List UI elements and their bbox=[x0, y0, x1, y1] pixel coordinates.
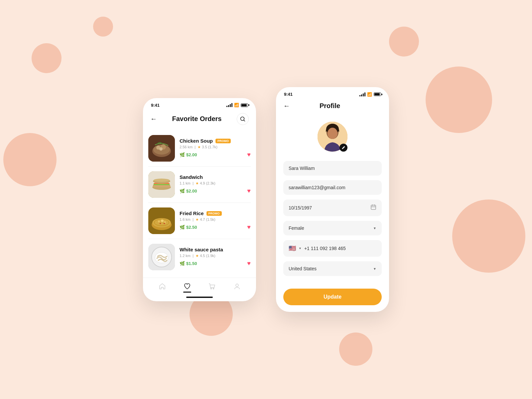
food-meta-2: 1.1 km | ★ 4.9 (2.3k) bbox=[180, 181, 251, 186]
svg-point-23 bbox=[164, 223, 165, 224]
time-left: 9:41 bbox=[151, 103, 160, 108]
status-bar-left: 9:41 📶 bbox=[143, 98, 256, 110]
phone-number-value: +1 111 092 198 465 bbox=[304, 246, 376, 251]
back-button-right[interactable]: ← bbox=[283, 102, 290, 110]
food-item-chicken-soup[interactable]: Chicken Soup PROMO 2.56 km | ★ 3.5 (1.7k… bbox=[148, 130, 251, 167]
reviews-1: 1.7k bbox=[209, 145, 216, 149]
food-image-pasta bbox=[148, 244, 175, 270]
reviews-2: 2.3k bbox=[207, 181, 214, 185]
cart-icon bbox=[208, 283, 216, 290]
edit-icon bbox=[341, 146, 345, 150]
bg-circle-2 bbox=[3, 133, 57, 186]
country-field[interactable]: United States ▼ bbox=[283, 261, 382, 276]
bg-circle-5 bbox=[389, 27, 419, 57]
food-meta-3: 1.6 km | ★ 4.7 (1.5k) bbox=[180, 217, 251, 222]
food-price-4: 🌿 $1.50 bbox=[180, 261, 197, 266]
svg-point-18 bbox=[152, 218, 171, 227]
food-price-3: 🌿 $2.50 bbox=[180, 225, 197, 230]
food-name-row-4: White sauce pasta bbox=[180, 247, 251, 252]
rating-4: 4.5 bbox=[200, 254, 205, 258]
dob-field[interactable]: 10/15/1997 bbox=[283, 200, 382, 216]
heart-button-4[interactable]: ♥ bbox=[247, 260, 251, 267]
food-name-2: Sandwich bbox=[180, 174, 203, 180]
distance-1: 2.56 km bbox=[180, 145, 193, 149]
food-name-3: Fried Rice bbox=[180, 210, 204, 216]
gender-dropdown-arrow: ▼ bbox=[373, 226, 376, 230]
nav-home[interactable] bbox=[159, 283, 166, 290]
screen-title-right: Profile bbox=[320, 102, 340, 110]
profile-fields: Sara William sarawilliam123@gmail.com 10… bbox=[276, 161, 389, 276]
star-icon-4: ★ bbox=[196, 254, 199, 258]
food-item-sandwich[interactable]: Sandwich 1.1 km | ★ 4.9 (2.3k) 🌿 $2.00 bbox=[148, 167, 251, 203]
email-field-group: sarawilliam123@gmail.com bbox=[283, 180, 382, 195]
phone-field[interactable]: 🇺🇸 ▼ +1 111 092 198 465 bbox=[283, 240, 382, 257]
nav-profile[interactable] bbox=[233, 283, 241, 290]
battery-icon-right bbox=[374, 92, 381, 96]
star-icon-1: ★ bbox=[198, 145, 201, 149]
svg-point-22 bbox=[160, 223, 161, 224]
food-name-row-2: Sandwich bbox=[180, 174, 251, 180]
screen-header-right: ← Profile bbox=[276, 99, 389, 115]
avatar-section bbox=[276, 115, 389, 161]
back-button-left[interactable]: ← bbox=[150, 115, 157, 123]
bg-circle-3 bbox=[93, 17, 113, 37]
distance-3: 1.6 km bbox=[180, 217, 191, 221]
food-meta-4: 1.2 km | ★ 4.5 (1.9k) bbox=[180, 254, 251, 258]
home-indicator-left bbox=[186, 297, 213, 298]
food-name-row-3: Fried Rice PROMO bbox=[180, 210, 251, 216]
svg-rect-35 bbox=[371, 205, 376, 209]
country-value: United States bbox=[289, 266, 317, 271]
status-bar-right: 9:41 📶 bbox=[276, 87, 389, 99]
svg-point-20 bbox=[161, 219, 164, 222]
distance-4: 1.2 km bbox=[180, 254, 191, 258]
food-image-chicken-soup bbox=[148, 135, 175, 162]
nav-favorites[interactable] bbox=[184, 283, 191, 290]
gender-field[interactable]: Female ▼ bbox=[283, 221, 382, 235]
status-icons-right: 📶 bbox=[359, 92, 381, 97]
search-icon bbox=[240, 116, 245, 122]
country-field-group: United States ▼ bbox=[283, 261, 382, 276]
name-field[interactable]: Sara William bbox=[283, 161, 382, 176]
food-price-row-3: 🌿 $2.50 ♥ bbox=[180, 224, 251, 231]
update-button[interactable]: Update bbox=[283, 289, 382, 305]
rating-3: 4.7 bbox=[200, 217, 205, 221]
food-item-fried-rice[interactable]: Fried Rice PROMO 1.6 km | ★ 4.7 (1.5k) 🌿 bbox=[148, 203, 251, 239]
chicken-soup-visual bbox=[148, 135, 175, 162]
sandwich-visual bbox=[148, 171, 175, 198]
email-field[interactable]: sarawilliam123@gmail.com bbox=[283, 180, 382, 195]
food-name-1: Chicken Soup bbox=[180, 138, 213, 144]
search-button[interactable] bbox=[237, 113, 249, 125]
heart-button-1[interactable]: ♥ bbox=[247, 151, 251, 158]
price-icon-3: 🌿 bbox=[180, 225, 185, 230]
gender-field-group: Female ▼ bbox=[283, 221, 382, 235]
food-price-row-1: 🌿 $2.00 ♥ bbox=[180, 151, 251, 158]
reviews-3: 1.5k bbox=[207, 217, 214, 221]
rating-1: 3.5 bbox=[202, 145, 207, 149]
food-info-sandwich: Sandwich 1.1 km | ★ 4.9 (2.3k) 🌿 $2.00 bbox=[180, 174, 251, 195]
name-field-group: Sara William bbox=[283, 161, 382, 176]
bg-circle-6 bbox=[426, 66, 492, 133]
star-icon-3: ★ bbox=[196, 217, 199, 221]
food-info-fried-rice: Fried Rice PROMO 1.6 km | ★ 4.7 (1.5k) 🌿 bbox=[180, 210, 251, 231]
dob-value: 10/15/1997 bbox=[289, 205, 312, 210]
svg-point-19 bbox=[158, 220, 160, 222]
food-item-pasta[interactable]: White sauce pasta 1.2 km | ★ 4.5 (1.9k) … bbox=[148, 239, 251, 275]
time-right: 9:41 bbox=[284, 92, 293, 97]
svg-point-15 bbox=[154, 179, 170, 182]
calendar-svg bbox=[370, 204, 376, 210]
country-dropdown-arrow: ▼ bbox=[373, 267, 376, 271]
price-icon-2: 🌿 bbox=[180, 189, 185, 194]
bottom-nav bbox=[143, 278, 256, 297]
svg-point-7 bbox=[159, 147, 163, 151]
heart-button-3[interactable]: ♥ bbox=[247, 224, 251, 231]
calendar-icon bbox=[370, 204, 376, 211]
reviews-4: 1.9k bbox=[207, 254, 214, 258]
avatar-edit-button[interactable] bbox=[339, 144, 347, 152]
price-icon-4: 🌿 bbox=[180, 261, 185, 266]
food-price-2: 🌿 $2.00 bbox=[180, 189, 197, 194]
screen-title-left: Favorite Orders bbox=[172, 115, 222, 123]
home-icon bbox=[159, 283, 166, 290]
heart-button-2[interactable]: ♥ bbox=[247, 188, 251, 195]
signal-icon bbox=[226, 103, 232, 107]
nav-cart[interactable] bbox=[208, 283, 216, 290]
